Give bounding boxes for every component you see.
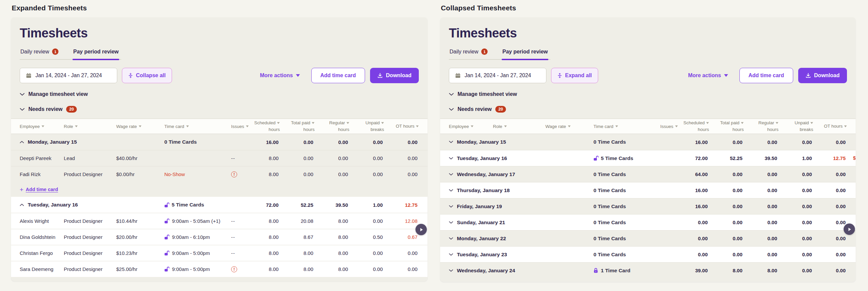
day-group-header[interactable]: Wednesday, January 17 0 Time Cards 64.00…: [440, 166, 856, 182]
col-regular-hours[interactable]: Regularhours: [323, 120, 358, 133]
day-group-date: Tuesday, January 16: [28, 202, 78, 208]
day-group-toggle[interactable]: Tuesday, January 23: [440, 252, 593, 258]
col-unpaid-breaks[interactable]: Unpaidbreaks: [787, 120, 822, 133]
col-scheduled-hours[interactable]: Scheduledhours: [683, 120, 718, 133]
tab-pay-period-review[interactable]: Pay period review: [502, 49, 548, 59]
day-group-toggle[interactable]: Monday, January 15: [11, 139, 164, 145]
manage-timesheet-view-toggle[interactable]: Manage timesheet view: [449, 91, 847, 97]
wage-rate: $25.00/hr: [116, 266, 164, 272]
chevron-down-icon: [449, 221, 453, 224]
employee-row[interactable]: Christan Fergo Product Designer $10.23/h…: [11, 245, 428, 261]
day-group-toggle[interactable]: Wednesday, January 17: [440, 171, 593, 177]
day-group-header[interactable]: Wednesday, January 24 1 Time Card 39.00 …: [440, 262, 856, 278]
total-paid-hours: 0.00: [288, 171, 323, 177]
calendar-icon: [26, 73, 31, 78]
group-unpaid-breaks: 0.00: [787, 252, 822, 257]
day-group-toggle[interactable]: Monday, January 15: [440, 139, 593, 145]
date-range-input[interactable]: Jan 14, 2024 - Jan 27, 2024: [20, 68, 117, 83]
col-time-card[interactable]: Time card: [164, 124, 231, 129]
filter-icon: [741, 122, 744, 124]
day-group-header[interactable]: Monday, January 15 0 Time Cards 16.00 0.…: [11, 134, 428, 150]
employee-row[interactable]: Dina Goldshtein Product Designer $20.00/…: [11, 229, 428, 245]
clipped-total-pay: $: [853, 155, 856, 161]
day-group-toggle[interactable]: Tuesday, January 16: [11, 202, 164, 208]
group-ot-hours: 0.00: [822, 268, 856, 273]
col-ot-hours[interactable]: OT hours: [393, 123, 428, 129]
col-issues[interactable]: Issues: [231, 124, 254, 129]
day-group-toggle[interactable]: Sunday, January 21: [440, 220, 593, 226]
more-actions-dropdown[interactable]: More actions: [260, 72, 300, 79]
day-group-header[interactable]: Monday, January 15 0 Time Cards 16.00 0.…: [440, 134, 856, 150]
day-group-toggle[interactable]: Wednesday, January 24: [440, 268, 593, 273]
col-ot-hours[interactable]: OT hours: [822, 123, 856, 129]
col-total-paid-hours[interactable]: Total paidhours: [288, 120, 323, 133]
col-wage-rate[interactable]: Wage rate: [116, 124, 164, 129]
day-group-header[interactable]: Friday, January 19 0 Time Cards 16.00 0.…: [440, 198, 856, 214]
chevron-down-icon: [449, 253, 453, 256]
group-unpaid-breaks: 0.00: [787, 139, 822, 145]
day-group-date: Monday, January 22: [457, 236, 506, 241]
scroll-right-button[interactable]: [415, 224, 427, 235]
add-time-card-link[interactable]: + Add time card: [20, 186, 58, 193]
day-group-header[interactable]: Tuesday, January 16 5 Time Cards 72.00 5…: [11, 197, 428, 213]
download-button[interactable]: Download: [370, 68, 419, 83]
col-wage-rate[interactable]: Wage rate: [546, 124, 593, 129]
employee-row[interactable]: Alexis Wright Product Designer $10.44/hr…: [11, 213, 428, 229]
employee-row[interactable]: Fadi Rizk Product Designer $0.00/hr No-S…: [11, 166, 428, 182]
col-regular-hours[interactable]: Regularhours: [752, 120, 787, 133]
col-employee[interactable]: Employee: [440, 124, 493, 129]
col-scheduled-hours[interactable]: Scheduledhours: [254, 120, 288, 133]
day-group-toggle[interactable]: Thursday, January 18: [440, 187, 593, 194]
time-card-cell[interactable]: 9:00am - 6:10pm: [164, 234, 231, 240]
tab-pay-period-review[interactable]: Pay period review: [72, 49, 119, 59]
needs-review-toggle[interactable]: Needs review 20: [449, 106, 847, 113]
tab-daily-review[interactable]: Daily review 1: [20, 49, 59, 59]
day-group-header[interactable]: Tuesday, January 16 5 Time Cards 72.00 5…: [440, 150, 856, 166]
day-group-toggle[interactable]: Friday, January 19: [440, 203, 593, 209]
time-card-cell[interactable]: No-Show: [164, 171, 231, 177]
col-unpaid-breaks[interactable]: Unpaidbreaks: [358, 120, 393, 133]
manage-timesheet-view-toggle[interactable]: Manage timesheet view: [20, 91, 419, 97]
filter-icon: [775, 122, 778, 124]
add-time-card-button[interactable]: Add time card: [311, 68, 365, 83]
day-group-header[interactable]: Tuesday, January 23 0 Time Cards 0.00 0.…: [440, 246, 856, 262]
col-total-paid-hours[interactable]: Total paidhours: [718, 120, 752, 133]
group-ot-hours: 12.75: [822, 155, 856, 161]
day-group-header[interactable]: Monday, January 22 0 Time Cards 0.00 0.0…: [440, 230, 856, 246]
day-group-header[interactable]: Thursday, January 18 0 Time Cards 16.00 …: [440, 182, 856, 198]
group-time-cards: 0 Time Cards: [593, 220, 660, 226]
day-group-toggle[interactable]: Monday, January 22: [440, 236, 593, 241]
col-time-card[interactable]: Time card: [593, 124, 660, 129]
needs-review-badge: 20: [66, 106, 77, 113]
tab-daily-review[interactable]: Daily review 1: [449, 49, 488, 59]
date-range-input[interactable]: Jan 14, 2024 - Jan 27, 2024: [449, 68, 547, 83]
group-ot-hours: 12.75: [393, 202, 428, 208]
regular-hours: 8.00: [323, 234, 358, 240]
add-time-card-button[interactable]: Add time card: [739, 68, 793, 83]
group-scheduled-hours: 0.00: [683, 220, 718, 225]
group-regular-hours: 0.00: [752, 220, 787, 225]
col-role[interactable]: Role: [493, 124, 546, 129]
group-regular-hours: 0.00: [752, 252, 787, 257]
chevron-down-icon: [296, 74, 300, 77]
col-employee[interactable]: Employee: [11, 124, 64, 129]
chevron-down-icon: [724, 74, 728, 77]
filter-icon: [675, 125, 678, 127]
scroll-right-button[interactable]: [844, 224, 855, 235]
timesheets-table: Employee Role Wage rate Time card Issues…: [11, 119, 428, 277]
time-card-cell[interactable]: 9:00am - 5:05am (+1): [164, 218, 231, 224]
more-actions-dropdown[interactable]: More actions: [688, 72, 728, 79]
time-card-cell[interactable]: 9:00am - 5:00pm: [164, 266, 231, 272]
col-issues[interactable]: Issues: [660, 124, 683, 129]
collapse-all-button[interactable]: Collapse all: [122, 68, 172, 83]
needs-review-toggle[interactable]: Needs review 20: [20, 106, 419, 113]
employee-row[interactable]: Deepti Pareek Lead $40.00/hr -- 8.00 0.0…: [11, 150, 428, 166]
download-button[interactable]: Download: [798, 68, 847, 83]
employee-row[interactable]: Sara Deemeng Product Designer $25.00/hr …: [11, 261, 428, 277]
chevron-down-icon: [449, 108, 454, 111]
time-card-cell[interactable]: 9:00am - 5:00pm: [164, 250, 231, 256]
expand-all-button[interactable]: Expand all: [551, 68, 598, 83]
day-group-header[interactable]: Sunday, January 21 0 Time Cards 0.00 0.0…: [440, 214, 856, 230]
col-role[interactable]: Role: [64, 124, 116, 129]
day-group-toggle[interactable]: Tuesday, January 16: [440, 155, 593, 162]
